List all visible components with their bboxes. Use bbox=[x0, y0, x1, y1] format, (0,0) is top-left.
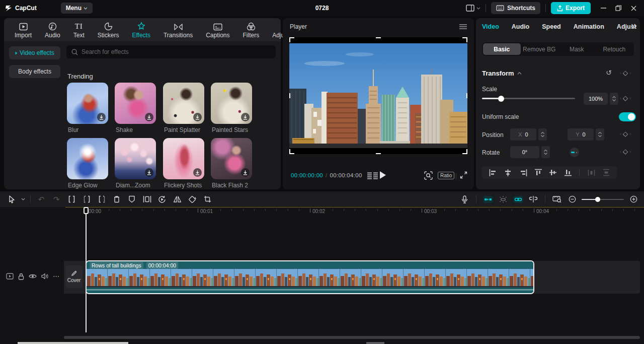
sidebar-item-video-effects[interactable]: Video effects bbox=[9, 46, 60, 59]
tab-filters[interactable]: Filters bbox=[236, 21, 266, 39]
fullscreen-icon[interactable] bbox=[460, 171, 467, 179]
tab-audio[interactable]: Audio bbox=[38, 21, 67, 39]
mirror-icon[interactable] bbox=[170, 193, 185, 206]
selection-handle[interactable] bbox=[376, 153, 381, 154]
preview-axis-icon[interactable] bbox=[526, 193, 541, 206]
tab-text[interactable]: TI Text bbox=[67, 21, 91, 39]
shortcuts-button[interactable]: Shortcuts bbox=[491, 2, 540, 14]
marker-icon[interactable] bbox=[124, 193, 139, 206]
zoom-in-icon[interactable] bbox=[626, 193, 641, 206]
distribute-vertical-icon[interactable] bbox=[603, 169, 610, 176]
scale-slider-handle[interactable] bbox=[498, 96, 504, 102]
subtab-remove-bg[interactable]: Remove BG bbox=[521, 43, 558, 55]
eye-icon[interactable] bbox=[29, 273, 37, 279]
reset-icon[interactable]: ↺ bbox=[606, 68, 612, 77]
align-right-icon[interactable] bbox=[520, 169, 527, 176]
scale-value-field[interactable]: 100% bbox=[584, 93, 608, 105]
align-bottom-icon[interactable] bbox=[565, 169, 572, 176]
hamburger-menu-icon[interactable] bbox=[459, 24, 467, 29]
track-more-icon[interactable]: ⋯ bbox=[53, 272, 60, 280]
keyframe-control[interactable]: ‹◇› bbox=[620, 148, 631, 155]
selection-handle[interactable] bbox=[466, 93, 467, 98]
effect-item-flickery-shots[interactable] bbox=[163, 138, 204, 179]
tab-effects[interactable]: Effects bbox=[125, 21, 156, 39]
rotate-stepper[interactable] bbox=[541, 146, 550, 158]
subtab-mask[interactable]: Mask bbox=[558, 43, 596, 55]
rotate-dial[interactable] bbox=[570, 148, 579, 157]
more-tabs-icon[interactable] bbox=[631, 24, 637, 29]
rotate-value-field[interactable]: 0° bbox=[510, 146, 539, 158]
delete-left-icon[interactable] bbox=[79, 193, 94, 206]
cover-button[interactable]: Cover bbox=[65, 265, 83, 288]
redo-icon[interactable]: ↷ bbox=[49, 193, 64, 206]
keyframe-control[interactable]: ‹◇› bbox=[620, 70, 631, 76]
minimize-button[interactable] bbox=[596, 2, 611, 15]
search-input[interactable] bbox=[82, 48, 271, 55]
effect-item-paint-splatter[interactable] bbox=[163, 83, 204, 124]
position-y-stepper[interactable] bbox=[596, 128, 604, 141]
position-y-field[interactable]: Y0 bbox=[568, 128, 594, 141]
timeline-view-icon[interactable] bbox=[549, 193, 565, 206]
undo-icon[interactable]: ↶ bbox=[34, 193, 49, 206]
film-frames-icon[interactable] bbox=[367, 172, 378, 179]
ratio-button[interactable]: Ratio bbox=[438, 172, 454, 179]
preview-zoom-icon[interactable] bbox=[424, 171, 433, 180]
effect-item-black-flash-2[interactable] bbox=[211, 138, 252, 179]
scale-stepper[interactable] bbox=[610, 93, 618, 105]
effect-item-diamond-zoom[interactable] bbox=[115, 138, 156, 179]
effect-item-shake[interactable] bbox=[115, 83, 156, 124]
tab-speed[interactable]: Speed bbox=[542, 23, 561, 30]
subtab-basic[interactable]: Basic bbox=[483, 43, 521, 55]
align-left-icon[interactable] bbox=[489, 169, 497, 176]
zoom-slider-handle[interactable] bbox=[595, 197, 600, 202]
restore-button[interactable] bbox=[611, 2, 626, 15]
main-track-magnet-icon[interactable] bbox=[496, 193, 511, 206]
selection-handle[interactable] bbox=[466, 149, 467, 154]
link-icon[interactable] bbox=[511, 193, 526, 206]
distribute-horizontal-icon[interactable] bbox=[588, 169, 595, 176]
tab-import[interactable]: Import bbox=[8, 21, 38, 39]
collapse-icon[interactable] bbox=[517, 72, 522, 75]
uniform-scale-toggle[interactable] bbox=[619, 112, 636, 121]
playhead-line[interactable] bbox=[86, 214, 87, 332]
split-icon[interactable] bbox=[64, 193, 79, 206]
zoom-out-icon[interactable] bbox=[565, 193, 580, 206]
layout-switcher[interactable] bbox=[466, 5, 480, 12]
subtab-retouch[interactable]: Retouch bbox=[596, 43, 633, 55]
position-x-field[interactable]: X0 bbox=[510, 128, 536, 141]
effect-item-edge-glow[interactable] bbox=[67, 138, 108, 179]
reverse-icon[interactable] bbox=[154, 193, 170, 206]
speaker-icon[interactable] bbox=[41, 273, 48, 280]
align-top-icon[interactable] bbox=[535, 169, 542, 176]
align-center-vertical-icon[interactable] bbox=[549, 169, 556, 176]
tab-stickers[interactable]: Stickers bbox=[91, 21, 126, 39]
video-preview[interactable] bbox=[289, 37, 467, 154]
close-button[interactable] bbox=[626, 2, 641, 15]
rotate-icon[interactable] bbox=[185, 193, 200, 206]
play-button[interactable] bbox=[379, 171, 386, 179]
selection-handle[interactable] bbox=[289, 149, 290, 154]
effect-item-blur[interactable] bbox=[67, 83, 108, 124]
auto-snap-icon[interactable] bbox=[480, 193, 496, 206]
tab-animation[interactable]: Animation bbox=[574, 23, 604, 30]
sidebar-item-body-effects[interactable]: Body effects bbox=[9, 65, 60, 78]
select-tool[interactable] bbox=[4, 193, 19, 206]
menu-button[interactable]: Menu bbox=[61, 3, 93, 14]
delete-icon[interactable] bbox=[109, 193, 124, 206]
tab-video[interactable]: Video bbox=[482, 23, 499, 30]
freeze-frame-icon[interactable] bbox=[139, 193, 154, 206]
clip-volume-line[interactable] bbox=[87, 290, 533, 290]
playhead-head[interactable] bbox=[84, 207, 89, 214]
selection-handle[interactable] bbox=[289, 37, 290, 42]
lock-icon[interactable] bbox=[18, 273, 24, 280]
selection-handle[interactable] bbox=[466, 37, 467, 42]
keyframe-control[interactable]: ‹◇› bbox=[620, 130, 631, 137]
search-bar[interactable] bbox=[66, 45, 276, 58]
tab-audio-inspector[interactable]: Audio bbox=[512, 23, 529, 30]
scale-slider[interactable] bbox=[482, 98, 575, 99]
crop-icon[interactable] bbox=[200, 193, 215, 206]
keyframe-control[interactable]: ‹◇› bbox=[620, 95, 631, 101]
timeline-clip[interactable]: Rows of tall buildings 00:00:04:00 bbox=[86, 260, 534, 294]
export-button[interactable]: Export bbox=[551, 2, 591, 14]
selection-handle[interactable] bbox=[289, 93, 290, 98]
